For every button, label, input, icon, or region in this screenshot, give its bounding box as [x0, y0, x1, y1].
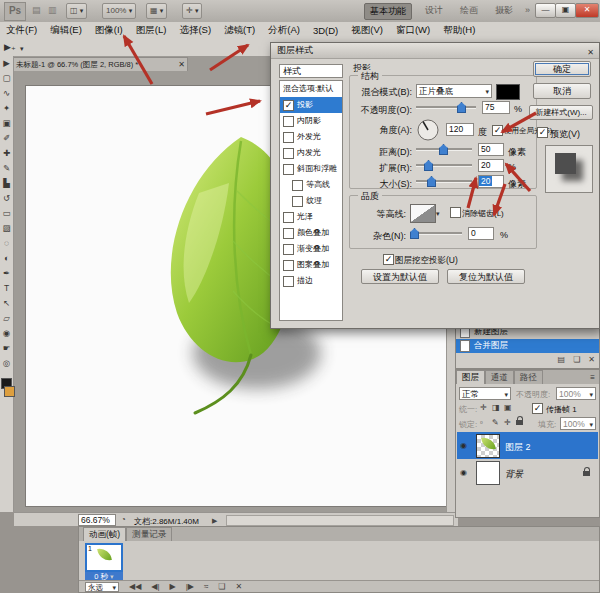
set-default-button[interactable]: 设置为默认值 — [361, 269, 439, 284]
checkbox[interactable] — [283, 228, 294, 239]
checkbox[interactable] — [292, 196, 303, 207]
layer-opacity-field[interactable]: 100% — [556, 387, 596, 400]
restore-button[interactable]: ▣ — [555, 3, 576, 18]
tween-icon[interactable]: ≈ — [204, 582, 208, 591]
zoom-tool[interactable]: ◎ — [0, 356, 13, 371]
workspace-design-button[interactable]: 设计 — [420, 3, 448, 18]
view-extras-button[interactable]: ◫ — [66, 3, 87, 19]
checkbox[interactable] — [283, 100, 294, 111]
3d-rotate-tool[interactable]: ◉ — [0, 326, 13, 341]
history-state-merge-layers[interactable]: 合并图层 — [456, 339, 599, 353]
noise-field[interactable]: 0 — [468, 227, 494, 240]
checkbox[interactable] — [283, 164, 294, 175]
animation-frame-thumbnail[interactable]: 1 — [85, 543, 123, 572]
move-tool[interactable]: ▶ — [0, 56, 13, 71]
opacity-slider[interactable] — [416, 102, 476, 112]
style-item-inner-shadow[interactable]: 内阴影 — [280, 113, 342, 129]
angle-dial[interactable] — [416, 118, 440, 142]
pen-tool[interactable]: ✒ — [0, 266, 13, 281]
opacity-field[interactable]: 75 — [482, 101, 510, 114]
lasso-tool[interactable]: ∿ — [0, 86, 13, 101]
spread-field[interactable]: 20 — [478, 159, 504, 172]
visibility-eye-icon[interactable] — [460, 440, 467, 450]
eyedropper-tool[interactable]: ✐ — [0, 131, 13, 146]
unify-visibility-icon[interactable]: ◨ — [492, 403, 500, 412]
style-item-texture[interactable]: 纹理 — [280, 193, 342, 209]
layer-thumbnail[interactable] — [476, 461, 500, 485]
layer-row-selected[interactable]: 图层 2 — [457, 432, 598, 459]
style-item-blending-options[interactable]: 混合选项:默认 — [280, 81, 342, 97]
style-item-bevel-emboss[interactable]: 斜面和浮雕 — [280, 161, 342, 177]
path-selection-tool[interactable]: ↖ — [0, 296, 13, 311]
status-menu-icon[interactable] — [212, 515, 217, 525]
lock-position-icon[interactable]: ✛ — [504, 418, 511, 427]
eraser-tool[interactable]: ▭ — [0, 206, 13, 221]
marquee-tool[interactable]: ▢ — [0, 71, 13, 86]
quick-selection-tool[interactable]: ✦ — [0, 101, 13, 116]
bridge-icon[interactable]: ▤ — [32, 5, 41, 15]
blur-tool[interactable]: ◌ — [0, 236, 13, 251]
horizontal-scrollbar[interactable] — [226, 515, 454, 526]
style-item-color-overlay[interactable]: 颜色叠加 — [280, 225, 342, 241]
minimize-button[interactable]: — — [535, 3, 556, 18]
menu-3d[interactable]: 3D(D) — [313, 25, 338, 36]
tab-layers[interactable]: 图层 — [456, 370, 485, 384]
style-item-satin[interactable]: 光泽 — [280, 209, 342, 225]
lock-transparency-icon[interactable]: ▫ — [480, 418, 483, 427]
create-document-icon[interactable]: ▤ — [558, 355, 566, 364]
distance-field[interactable]: 50 — [478, 143, 504, 156]
layer-thumbnail[interactable] — [476, 434, 500, 458]
angle-field[interactable]: 120 — [446, 123, 474, 136]
style-item-inner-glow[interactable]: 内发光 — [280, 145, 342, 161]
style-item-drop-shadow[interactable]: 投影 — [280, 97, 342, 113]
noise-slider[interactable] — [410, 228, 462, 238]
layer-row-background[interactable]: 背景 — [457, 459, 598, 486]
close-tab-icon[interactable] — [178, 58, 185, 71]
checkbox[interactable] — [283, 244, 294, 255]
checkbox[interactable] — [283, 276, 294, 287]
screen-mode-button[interactable]: ✛ — [182, 3, 202, 19]
duplicate-frame-icon[interactable]: ❏ — [218, 582, 225, 591]
tab-paths[interactable]: 路径 — [514, 370, 543, 384]
move-tool-icon[interactable]: ▶₊ — [4, 42, 16, 52]
previous-frame-icon[interactable]: ◀| — [151, 582, 159, 591]
play-icon[interactable]: ▶ — [170, 582, 176, 591]
next-frame-icon[interactable]: |▶ — [186, 582, 194, 591]
reset-default-button[interactable]: 复位为默认值 — [447, 269, 525, 284]
menu-image[interactable]: 图像(I) — [95, 24, 123, 37]
checkbox[interactable] — [283, 212, 294, 223]
panel-menu-icon[interactable] — [590, 372, 595, 382]
menu-filter[interactable]: 滤镜(T) — [224, 24, 255, 37]
dialog-close-icon[interactable] — [587, 45, 594, 60]
mini-bridge-icon[interactable]: ▥ — [48, 5, 57, 15]
close-button[interactable]: ✕ — [575, 3, 599, 18]
checkbox[interactable] — [283, 148, 294, 159]
tab-measurement-log[interactable]: 测量记录 — [126, 527, 172, 541]
style-item-contour[interactable]: 等高线 — [280, 177, 342, 193]
blend-mode-dropdown[interactable]: 正片叠底 — [416, 84, 492, 98]
visibility-eye-icon[interactable] — [460, 467, 467, 477]
zoom-level-button[interactable]: 100% — [102, 3, 136, 19]
menu-edit[interactable]: 编辑(E) — [50, 24, 82, 37]
blend-mode-select[interactable]: 正常 — [459, 387, 511, 400]
menu-layer[interactable]: 图层(L) — [136, 24, 167, 37]
spread-slider[interactable] — [416, 160, 472, 170]
checkbox[interactable] — [292, 180, 303, 191]
contour-thumbnail[interactable] — [410, 204, 436, 223]
loop-count-select[interactable]: 永远 — [85, 582, 119, 592]
distance-slider[interactable] — [416, 144, 472, 154]
clone-stamp-tool[interactable]: ▙ — [0, 176, 13, 191]
first-frame-icon[interactable]: ◀◀ — [129, 582, 141, 591]
lock-paint-icon[interactable]: ✎ — [492, 418, 499, 427]
shape-tool[interactable]: ▱ — [0, 311, 13, 326]
brush-tool[interactable]: ✎ — [0, 161, 13, 176]
delete-icon[interactable]: ✕ — [588, 355, 595, 364]
document-tab[interactable]: 未标题-1 @ 66.7% (图层 2, RGB/8) * — [12, 57, 188, 71]
global-light-checkbox[interactable] — [492, 125, 503, 136]
menu-file[interactable]: 文件(F) — [6, 24, 37, 37]
healing-brush-tool[interactable]: ✚ — [0, 146, 13, 161]
menu-select[interactable]: 选择(S) — [179, 24, 211, 37]
arrange-documents-button[interactable]: ▦ — [146, 3, 167, 19]
unify-position-icon[interactable]: ✛ — [480, 403, 487, 412]
ok-button[interactable]: 确定 — [533, 61, 591, 77]
